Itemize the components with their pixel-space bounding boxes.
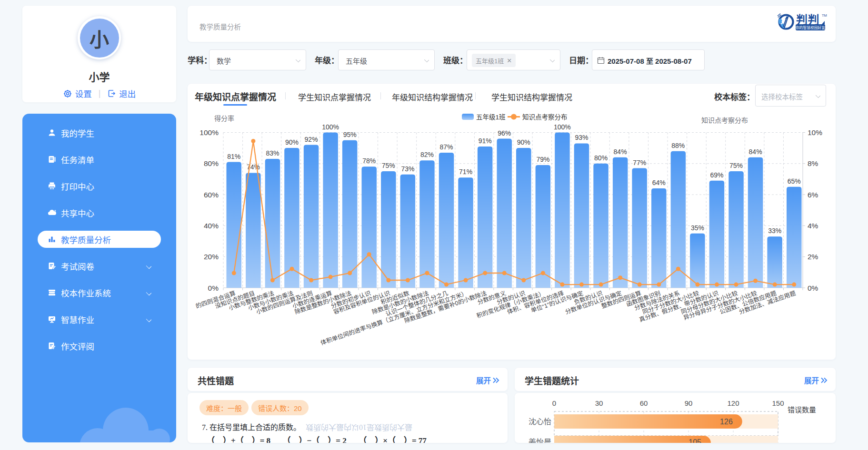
svg-text:0%: 0%: [808, 284, 818, 292]
svg-text:错误数量: 错误数量: [788, 406, 816, 414]
svg-text:77%: 77%: [633, 159, 646, 166]
svg-text:100%: 100%: [554, 123, 571, 131]
svg-text:92%: 92%: [305, 136, 318, 143]
svg-text:90: 90: [685, 399, 693, 407]
svg-text:0%: 0%: [208, 284, 219, 292]
svg-text:6%: 6%: [808, 191, 818, 199]
svg-text:75%: 75%: [382, 162, 395, 169]
svg-text:五年级1班: 五年级1班: [476, 114, 506, 121]
svg-text:87%: 87%: [439, 143, 453, 151]
svg-text:80%: 80%: [204, 159, 219, 167]
svg-text:69%: 69%: [710, 171, 723, 179]
svg-text:0: 0: [552, 399, 556, 407]
svg-text:100%: 100%: [322, 123, 339, 131]
svg-text:你的智慧校园好友: 你的智慧校园好友: [796, 25, 826, 30]
svg-text:60: 60: [640, 399, 648, 407]
svg-text:105: 105: [688, 438, 701, 443]
svg-text:75%: 75%: [729, 162, 743, 169]
svg-text:81%: 81%: [227, 153, 240, 160]
svg-text:沈心怡: 沈心怡: [529, 418, 551, 426]
svg-text:80%: 80%: [594, 154, 608, 162]
svg-text:84%: 84%: [614, 148, 627, 156]
svg-text:84%: 84%: [749, 148, 762, 156]
svg-text:90%: 90%: [285, 138, 299, 146]
svg-text:79%: 79%: [536, 156, 549, 163]
svg-text:4%: 4%: [808, 222, 818, 230]
svg-text:10%: 10%: [808, 128, 822, 137]
svg-text:65%: 65%: [788, 177, 801, 185]
svg-text:8%: 8%: [808, 159, 818, 167]
svg-text:78%: 78%: [362, 157, 376, 165]
svg-text:90%: 90%: [517, 138, 530, 146]
svg-text:知识点考察分布: 知识点考察分布: [701, 117, 748, 124]
svg-text:30: 30: [595, 399, 603, 407]
svg-text:TM: TM: [822, 13, 827, 18]
svg-text:20%: 20%: [204, 253, 219, 261]
svg-text:73%: 73%: [401, 165, 414, 173]
svg-text:126: 126: [720, 418, 733, 426]
svg-text:64%: 64%: [652, 179, 666, 186]
svg-text:82%: 82%: [420, 151, 434, 158]
svg-text:71%: 71%: [459, 168, 472, 176]
svg-text:96%: 96%: [498, 129, 511, 137]
svg-text:2%: 2%: [808, 253, 818, 261]
svg-text:150: 150: [772, 399, 784, 407]
svg-text:100%: 100%: [200, 128, 219, 137]
svg-text:95%: 95%: [343, 131, 357, 138]
svg-text:93%: 93%: [575, 134, 588, 141]
svg-text:60%: 60%: [204, 191, 219, 199]
svg-text:35%: 35%: [691, 224, 704, 232]
svg-text:40%: 40%: [204, 222, 219, 230]
svg-text:88%: 88%: [671, 142, 685, 149]
svg-text:91%: 91%: [479, 137, 492, 145]
svg-text:83%: 83%: [266, 149, 279, 157]
svg-text:判判: 判判: [796, 13, 819, 26]
svg-text:33%: 33%: [768, 227, 781, 235]
svg-text:知识点考察分布: 知识点考察分布: [522, 113, 568, 121]
svg-text:120: 120: [727, 399, 739, 407]
svg-text:姜怡晨: 姜怡晨: [529, 438, 551, 443]
svg-text:得分率: 得分率: [214, 115, 234, 122]
